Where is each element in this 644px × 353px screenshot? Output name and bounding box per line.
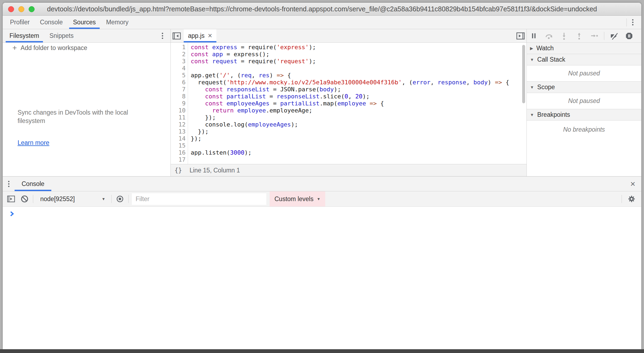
file-tab-label: app.js xyxy=(188,32,204,39)
close-drawer-icon[interactable]: × xyxy=(630,179,635,188)
title-bar: devtools://devtools/bundled/js_app.html?… xyxy=(3,3,641,16)
code-text: const app = express(); xyxy=(188,51,269,58)
code-line: 12 console.log(employeeAges); xyxy=(171,121,526,128)
plus-icon: + xyxy=(12,44,17,52)
tab-console[interactable]: Console xyxy=(36,16,67,29)
editor-scrollbar[interactable] xyxy=(522,45,525,103)
editor-tabbar: app.js × xyxy=(171,29,526,43)
step-button[interactable] xyxy=(589,30,600,42)
tab-profiler[interactable]: Profiler xyxy=(6,16,34,29)
learn-more-link[interactable]: Learn more xyxy=(18,139,170,146)
navigator-tabbar: Filesystem Snippets xyxy=(3,29,170,43)
drawer-tabbar: Console × xyxy=(3,176,641,191)
code-text: }); xyxy=(188,128,209,135)
code-text: const responseList = JSON.parse(body); xyxy=(188,86,341,93)
section-watch[interactable]: ▶ Watch xyxy=(527,43,641,54)
console-settings-button[interactable] xyxy=(625,193,638,205)
add-folder-label: Add folder to workspace xyxy=(21,44,87,52)
code-text: const employeeAges = partialList.map(emp… xyxy=(188,100,384,107)
step-out-button[interactable] xyxy=(574,30,585,42)
file-tab-appjs[interactable]: app.js × xyxy=(184,29,216,42)
code-line: 5app.get('/', (req, res) => { xyxy=(171,72,526,79)
close-tab-icon[interactable]: × xyxy=(208,32,212,39)
code-line: 17 xyxy=(171,156,526,163)
main-menu-kebab-icon[interactable] xyxy=(627,16,639,29)
gutter-rail xyxy=(171,43,188,164)
step-into-icon xyxy=(560,32,568,40)
pause-on-exceptions-icon xyxy=(625,32,633,40)
toolbar-separator xyxy=(604,32,604,40)
section-scope[interactable]: ▼ Scope xyxy=(527,82,641,93)
sync-message: Sync changes in DevTools with the local … xyxy=(3,108,143,125)
code-text: console.log(employeeAges); xyxy=(188,121,298,128)
code-text: }); xyxy=(188,114,216,121)
show-console-sidebar-button[interactable] xyxy=(6,193,16,205)
chevron-down-icon: ▼ xyxy=(530,57,534,62)
tab-drawer-console[interactable]: Console xyxy=(15,176,51,191)
gear-icon xyxy=(628,195,636,203)
dropdown-arrow-icon: ▼ xyxy=(317,197,320,201)
step-icon xyxy=(590,32,598,40)
drawer-menu-kebab-icon[interactable] xyxy=(3,176,15,191)
code-editor[interactable]: 1const express = require('express');2con… xyxy=(171,43,526,164)
console-input[interactable] xyxy=(3,207,641,217)
debugger-pane: ▶ Watch ▼ Call Stack Not paused ▼ Scope … xyxy=(527,29,641,176)
close-window-button[interactable] xyxy=(8,6,14,12)
pause-on-exceptions-button[interactable] xyxy=(624,30,635,42)
code-line: 7 const responseList = JSON.parse(body); xyxy=(171,86,526,93)
tab-sources[interactable]: Sources xyxy=(69,16,100,29)
clear-console-icon xyxy=(21,195,29,203)
call-stack-status: Not paused xyxy=(527,65,641,82)
navigator-pane: Filesystem Snippets + Add folder to work… xyxy=(3,29,171,176)
section-breakpoints[interactable]: ▼ Breakpoints xyxy=(527,109,641,121)
hide-navigator-button[interactable] xyxy=(171,30,183,42)
code-line: 11 }); xyxy=(171,114,526,121)
scope-status: Not paused xyxy=(527,93,641,109)
code-line: 2const app = express(); xyxy=(171,51,526,58)
section-call-stack[interactable]: ▼ Call Stack xyxy=(527,54,641,65)
code-text: app.listen(3000); xyxy=(188,149,251,156)
code-line: 1const express = require('express'); xyxy=(171,44,526,51)
section-call-stack-label: Call Stack xyxy=(537,56,565,63)
main-toolbar: Profiler Console Sources Memory xyxy=(3,16,641,29)
cursor-position: Line 15, Column 1 xyxy=(190,167,240,174)
zoom-window-button[interactable] xyxy=(29,6,35,12)
execution-context-selector[interactable]: node[92552] ▼ xyxy=(36,191,108,207)
debugger-toolbar xyxy=(527,29,641,43)
tab-snippets[interactable]: Snippets xyxy=(45,29,78,42)
code-line: 6 request('http://www.mocky.io/v2/5e1a9a… xyxy=(171,79,526,86)
show-console-sidebar-icon xyxy=(7,195,15,202)
panel-right-toggle-icon xyxy=(516,32,525,40)
chevron-right-icon: ▶ xyxy=(530,46,533,51)
code-text: const request = require('request'); xyxy=(188,58,316,65)
deactivate-breakpoints-button[interactable] xyxy=(609,30,619,42)
pretty-print-icon[interactable]: {} xyxy=(175,167,182,174)
panel-left-toggle-icon xyxy=(172,32,181,40)
show-debugger-button[interactable] xyxy=(515,30,526,42)
pause-button[interactable] xyxy=(528,30,539,42)
add-folder-button[interactable]: + Add folder to workspace xyxy=(3,43,170,53)
custom-levels-dropdown[interactable]: Custom levels ▼ xyxy=(270,191,325,207)
code-line: 3const request = require('request'); xyxy=(171,58,526,65)
minimize-window-button[interactable] xyxy=(18,6,24,12)
editor-pane: app.js × 1const express = require('expre… xyxy=(171,29,527,176)
step-into-button[interactable] xyxy=(559,30,569,42)
live-expression-button[interactable] xyxy=(115,193,125,205)
code-text: return employee.employeeAge; xyxy=(188,107,312,114)
clear-console-button[interactable] xyxy=(19,193,30,205)
step-over-button[interactable] xyxy=(544,30,554,42)
toolbar-separator xyxy=(111,195,112,203)
tab-filesystem[interactable]: Filesystem xyxy=(5,29,43,42)
code-text: const express = require('express'); xyxy=(188,44,316,51)
tab-memory[interactable]: Memory xyxy=(102,16,133,29)
window-bottom-edge xyxy=(0,349,644,353)
section-watch-label: Watch xyxy=(536,45,554,52)
toolbar-separator xyxy=(128,195,129,203)
code-line: 15 xyxy=(171,142,526,149)
filter-input[interactable] xyxy=(132,193,266,205)
devtools-window: devtools://devtools/bundled/js_app.html?… xyxy=(3,3,641,349)
navigator-menu-kebab-icon[interactable] xyxy=(156,29,168,42)
code-line: 13 }); xyxy=(171,128,526,135)
step-over-icon xyxy=(545,32,553,40)
window-title: devtools://devtools/bundled/js_app.html?… xyxy=(47,5,597,13)
